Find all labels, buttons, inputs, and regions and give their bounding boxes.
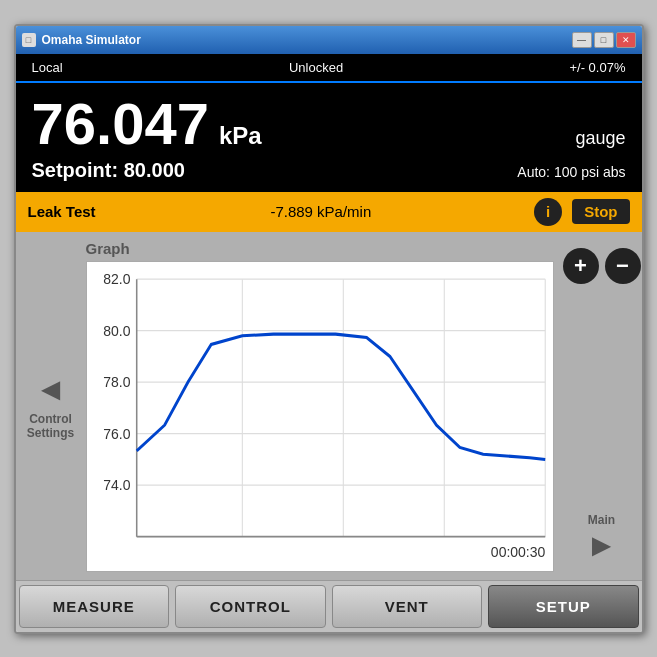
right-nav: + − Main ► bbox=[562, 232, 642, 580]
svg-text:00:00:30: 00:00:30 bbox=[490, 543, 544, 560]
stop-button[interactable]: Stop bbox=[572, 199, 629, 224]
title-bar: □ Omaha Simulator — □ ✕ bbox=[16, 26, 642, 54]
right-nav-label: Main bbox=[588, 513, 615, 527]
leak-test-bar: Leak Test -7.889 kPa/min i Stop bbox=[16, 192, 642, 232]
maximize-button[interactable]: □ bbox=[594, 32, 614, 48]
right-nav-label-area: Main ► bbox=[586, 300, 618, 564]
chart-container: 82.0 80.0 78.0 76.0 74.0 00:00:30 bbox=[86, 261, 554, 572]
svg-text:80.0: 80.0 bbox=[103, 322, 130, 339]
local-status: Local bbox=[32, 60, 63, 75]
window-controls: — □ ✕ bbox=[572, 32, 636, 48]
setup-button[interactable]: SETUP bbox=[488, 585, 639, 628]
close-button[interactable]: ✕ bbox=[616, 32, 636, 48]
minimize-button[interactable]: — bbox=[572, 32, 592, 48]
graph-area: Graph bbox=[86, 232, 562, 580]
main-window: □ Omaha Simulator — □ ✕ Local Unlocked +… bbox=[14, 24, 644, 634]
pressure-unit: kPa bbox=[219, 122, 262, 150]
reading-section: 76.047 kPa gauge Setpoint: 80.000 Auto: … bbox=[16, 87, 642, 186]
pressure-value: 76.047 bbox=[32, 95, 209, 153]
main-reading-row: 76.047 kPa gauge bbox=[32, 95, 626, 153]
setpoint-label: Setpoint: 80.000 bbox=[32, 159, 185, 182]
left-arrow[interactable]: ◄ bbox=[35, 371, 67, 408]
left-nav: ◄ ControlSettings bbox=[16, 232, 86, 580]
zoom-out-button[interactable]: − bbox=[605, 248, 641, 284]
window-title: Omaha Simulator bbox=[42, 33, 141, 47]
svg-text:78.0: 78.0 bbox=[103, 373, 130, 390]
gauge-mode: gauge bbox=[575, 128, 625, 149]
middle-section: ◄ ControlSettings Graph bbox=[16, 232, 642, 580]
left-nav-label: ControlSettings bbox=[27, 412, 74, 441]
title-bar-left: □ Omaha Simulator bbox=[22, 33, 141, 47]
auto-label: Auto: 100 psi abs bbox=[517, 164, 625, 180]
zoom-in-button[interactable]: + bbox=[563, 248, 599, 284]
info-button[interactable]: i bbox=[534, 198, 562, 226]
chart-svg: 82.0 80.0 78.0 76.0 74.0 00:00:30 bbox=[87, 262, 553, 571]
status-divider bbox=[16, 81, 642, 83]
vent-button[interactable]: VENT bbox=[332, 585, 483, 628]
zoom-buttons: + − bbox=[563, 248, 641, 284]
bottom-nav: MEASURE CONTROL VENT SETUP bbox=[16, 580, 642, 632]
leak-rate: -7.889 kPa/min bbox=[118, 203, 525, 220]
app-icon: □ bbox=[22, 33, 36, 47]
svg-text:74.0: 74.0 bbox=[103, 476, 130, 493]
unlocked-status: Unlocked bbox=[289, 60, 343, 75]
right-arrow[interactable]: ► bbox=[586, 527, 618, 564]
accuracy-status: +/- 0.07% bbox=[569, 60, 625, 75]
control-button[interactable]: CONTROL bbox=[175, 585, 326, 628]
status-bar: Local Unlocked +/- 0.07% bbox=[16, 54, 642, 81]
graph-title: Graph bbox=[86, 240, 554, 257]
measure-button[interactable]: MEASURE bbox=[19, 585, 170, 628]
svg-text:76.0: 76.0 bbox=[103, 425, 130, 442]
main-content: Local Unlocked +/- 0.07% 76.047 kPa gaug… bbox=[16, 54, 642, 580]
svg-text:82.0: 82.0 bbox=[103, 270, 130, 287]
leak-test-name: Leak Test bbox=[28, 203, 108, 220]
setpoint-row: Setpoint: 80.000 Auto: 100 psi abs bbox=[32, 159, 626, 182]
